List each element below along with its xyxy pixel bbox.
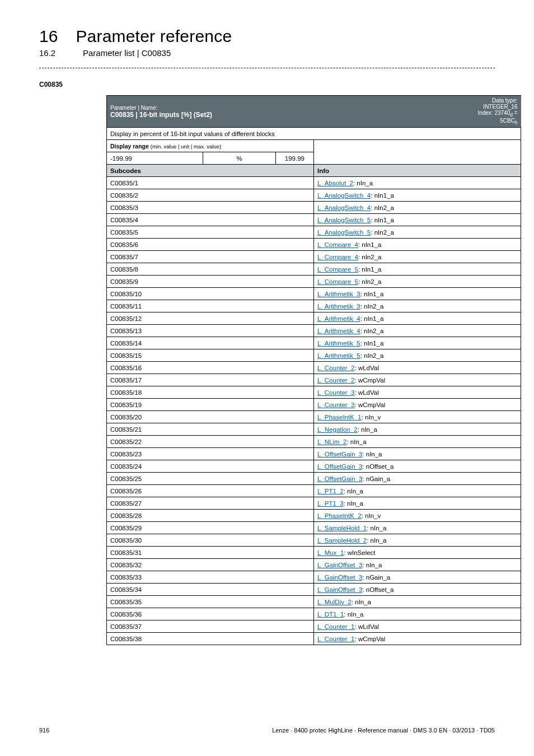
range-unit: %	[203, 152, 276, 165]
info-link[interactable]: L_PhaseIntK_2	[317, 512, 362, 519]
info-rest: : nGain_a	[362, 475, 390, 482]
info-rest: : nIn_a	[346, 438, 366, 445]
subcode-cell: C00835/5	[107, 226, 314, 239]
table-row: C00835/4L_AnalogSwitch_5: nIn1_a	[107, 214, 521, 226]
info-link[interactable]: L_Arithmetik_3	[317, 303, 360, 310]
display-range-label: Display range	[110, 143, 151, 150]
info-link[interactable]: L_DT1_1	[317, 611, 344, 618]
table-row: C00835/25L_OffsetGain_3: nGain_a	[107, 473, 521, 485]
info-link[interactable]: L_AnalogSwitch_5	[317, 229, 371, 236]
table-row: C00835/9L_Compare_5: nIn2_a	[107, 276, 521, 288]
info-link[interactable]: L_Compare_4	[317, 241, 358, 248]
info-rest: : nIn_a	[367, 525, 386, 531]
info-link[interactable]: L_Counter_2	[317, 365, 355, 371]
info-rest: : nIn2_a	[358, 278, 382, 285]
table-row: C00835/10L_Arithmetik_3: nIn1_a	[107, 288, 521, 300]
info-rest: : nIn1_a	[360, 340, 384, 347]
info-link[interactable]: L_PT1_2	[317, 488, 344, 494]
info-rest: : nIn2_a	[360, 352, 384, 359]
table-row: C00835/36L_DT1_1: nIn_a	[107, 608, 521, 620]
info-link[interactable]: L_Arithmetik_5	[317, 352, 360, 359]
info-link[interactable]: L_GainOffset_3	[317, 586, 362, 593]
info-link[interactable]: L_GainOffset_3	[317, 562, 362, 568]
info-link[interactable]: L_Arithmetik_4	[317, 315, 360, 322]
info-link[interactable]: L_Compare_4	[317, 254, 358, 260]
range-min: -199.99	[107, 152, 203, 165]
description-text: Display in percent of 16-bit input value…	[107, 128, 521, 140]
subcode-cell: C00835/21	[107, 423, 314, 436]
info-cell: L_Counter_3: wCmpVal	[314, 399, 521, 411]
table-row: C00835/20L_PhaseIntK_1: nIn_v	[107, 411, 521, 423]
info-rest: : wCmpVal	[355, 636, 386, 642]
info-rest: : nIn_a	[362, 562, 382, 568]
subcode-cell: C00835/36	[107, 608, 314, 620]
info-link[interactable]: L_Negation_2	[317, 426, 358, 433]
info-rest: : nIn2_a	[360, 303, 384, 310]
info-cell: L_AnalogSwitch_4: nIn1_a	[314, 189, 521, 202]
table-row: C00835/29L_SampleHold_1: nIn_a	[107, 522, 521, 534]
subcode-cell: C00835/32	[107, 559, 314, 571]
table-row: C00835/6L_Compare_4: nIn1_a	[107, 239, 521, 251]
info-link[interactable]: L_Counter_1	[317, 636, 355, 642]
subcode-cell: C00835/7	[107, 251, 314, 263]
info-cell: L_PT1_2: nIn_a	[314, 485, 521, 497]
subcode-cell: C00835/38	[107, 633, 314, 645]
info-cell: L_Arithmetik_4: nIn2_a	[314, 325, 521, 337]
info-cell: L_PhaseIntK_1: nIn_v	[314, 411, 521, 423]
info-rest: : nIn1_a	[358, 266, 382, 273]
table-row: C00835/12L_Arithmetik_4: nIn1_a	[107, 312, 521, 325]
info-link[interactable]: L_AnalogSwitch_5	[317, 217, 371, 223]
info-link[interactable]: L_Arithmetik_4	[317, 328, 360, 334]
section-title: Parameter list | C00835	[83, 48, 171, 58]
info-link[interactable]: L_PT1_3	[317, 500, 344, 507]
info-link[interactable]: L_Absolut_2	[317, 180, 353, 186]
info-cell: L_OffsetGain_3: nGain_a	[314, 473, 521, 485]
subcodes-header-left: Subcodes	[107, 165, 314, 177]
subcode-cell: C00835/25	[107, 473, 314, 485]
table-row: C00835/27L_PT1_3: nIn_a	[107, 497, 521, 510]
info-link[interactable]: L_AnalogSwitch_4	[317, 204, 371, 211]
subcode-cell: C00835/27	[107, 497, 314, 510]
info-link[interactable]: L_PhaseIntK_1	[317, 414, 362, 421]
info-link[interactable]: L_Counter_1	[317, 623, 355, 630]
info-rest: : nIn_a	[353, 180, 373, 186]
subcode-cell: C00835/31	[107, 547, 314, 559]
info-cell: L_Counter_1: wLdVal	[314, 620, 521, 633]
table-row: C00835/34L_GainOffset_3: nOffset_a	[107, 584, 521, 596]
info-cell: L_Arithmetik_4: nIn1_a	[314, 312, 521, 325]
info-link[interactable]: L_OffsetGain_3	[317, 463, 362, 470]
info-link[interactable]: L_Mux_1	[317, 549, 344, 556]
info-link[interactable]: L_Counter_3	[317, 402, 355, 408]
info-cell: L_GainOffset_3: nIn_a	[314, 559, 521, 571]
subcode-cell: C00835/22	[107, 436, 314, 448]
subcode-cell: C00835/28	[107, 510, 314, 522]
info-rest: : nIn2_a	[360, 328, 384, 334]
subcode-cell: C00835/35	[107, 596, 314, 608]
subcode-cell: C00835/14	[107, 337, 314, 349]
table-row: C00835/8L_Compare_5: nIn1_a	[107, 263, 521, 276]
subcode-cell: C00835/17	[107, 374, 314, 386]
info-link[interactable]: L_AnalogSwitch_4	[317, 192, 371, 199]
info-link[interactable]: L_NLim_2	[317, 438, 346, 445]
table-row: C00835/28L_PhaseIntK_2: nIn_v	[107, 510, 521, 522]
info-link[interactable]: L_SampleHold_2	[317, 537, 367, 544]
code-heading: C00835	[39, 81, 495, 88]
info-link[interactable]: L_MulDiv_2	[317, 599, 352, 605]
info-link[interactable]: L_Arithmetik_5	[317, 340, 360, 347]
info-link[interactable]: L_SampleHold_1	[317, 525, 367, 531]
info-cell: L_Compare_4: nIn2_a	[314, 251, 521, 263]
info-rest: : nIn_a	[344, 488, 363, 494]
info-link[interactable]: L_Compare_5	[317, 278, 358, 285]
info-cell: L_Arithmetik_3: nIn1_a	[314, 288, 521, 300]
subcode-cell: C00835/2	[107, 189, 314, 202]
info-link[interactable]: L_Counter_2	[317, 377, 355, 384]
table-row: C00835/15L_Arithmetik_5: nIn2_a	[107, 349, 521, 362]
table-row: C00835/3L_AnalogSwitch_4: nIn2_a	[107, 202, 521, 214]
info-link[interactable]: L_GainOffset_3	[317, 574, 362, 581]
info-link[interactable]: L_Compare_5	[317, 266, 358, 273]
info-link[interactable]: L_OffsetGain_3	[317, 451, 362, 458]
info-link[interactable]: L_OffsetGain_3	[317, 475, 362, 482]
info-link[interactable]: L_Arithmetik_3	[317, 291, 360, 297]
range-max: 199.99	[276, 152, 314, 165]
info-link[interactable]: L_Counter_3	[317, 389, 355, 396]
